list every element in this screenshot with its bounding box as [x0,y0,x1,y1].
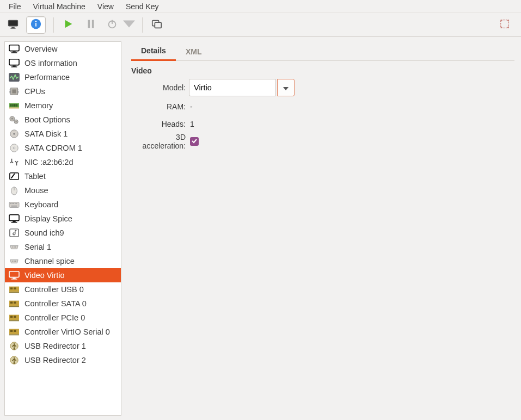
svg-point-44 [16,121,17,122]
fullscreen-button[interactable] [495,16,514,34]
svg-marker-7 [65,20,72,28]
pause-button[interactable] [81,16,101,34]
sidebar-item-controller-virtio-serial-0[interactable]: Controller VirtIO Serial 0 [5,325,121,339]
menu-view[interactable]: View [92,1,119,12]
sidebar-item-os-information[interactable]: OS information [5,56,121,70]
sidebar-item-usb-redirector-2[interactable]: USB Redirector 2 [5,353,121,367]
value-heads: 1 [189,120,194,128]
sidebar-item-channel-spice[interactable]: Channel spice [5,254,121,268]
svg-rect-59 [11,206,17,207]
sidebar-item-mouse[interactable]: Mouse [5,183,121,197]
sidebar-item-keyboard[interactable]: Keyboard [5,197,121,212]
sidebar-item-label: OS information [24,59,77,67]
svg-rect-11 [112,20,113,24]
svg-rect-56 [13,203,14,204]
svg-rect-61 [13,221,15,223]
snapshots-button[interactable] [147,16,167,34]
cpu-icon [8,86,20,97]
sidebar-item-label: Display Spice [24,214,72,223]
sidebar-item-label: Video Virtio [24,271,65,280]
content-pane: Details XML Video Model: RAM: - Heads: [121,37,521,420]
svg-rect-87 [14,330,16,332]
svg-point-67 [12,261,13,262]
model-dropdown-button[interactable] [277,79,295,96]
sidebar-item-label: SATA CDROM 1 [24,144,82,152]
sidebar-item-controller-sata-0[interactable]: Controller SATA 0 [5,297,121,311]
label-3d-acceleration: 3D acceleration: [131,133,189,150]
sidebar-item-overview[interactable]: Overview [5,42,121,56]
sidebar-item-cpus[interactable]: CPUs [5,84,121,98]
svg-rect-82 [10,316,13,318]
svg-rect-55 [12,203,13,204]
model-combo[interactable] [189,79,295,96]
menu-send-key[interactable]: Send Key [120,1,164,12]
svg-rect-53 [9,202,19,208]
shutdown-menu-button[interactable] [124,16,134,34]
svg-rect-38 [14,104,16,107]
sidebar-item-performance[interactable]: Performance [5,70,121,84]
sidebar-item-sound-ich9[interactable]: Sound ich9 [5,226,121,240]
run-button[interactable] [58,16,78,34]
sidebar-item-display-spice[interactable]: Display Spice [5,212,121,226]
svg-point-66 [15,246,16,248]
keyboard-icon [8,199,20,210]
toolbar [0,13,521,37]
checkbox-3d-acceleration[interactable] [190,137,199,146]
sidebar-item-usb-redirector-1[interactable]: USB Redirector 1 [5,339,121,353]
label-ram: RAM: [131,102,189,111]
sidebar-item-memory[interactable]: Memory [5,98,121,113]
usb-icon [8,341,20,351]
sidebar-item-label: CPUs [24,87,45,96]
svg-rect-37 [12,104,14,107]
info-circle-icon [30,18,42,32]
sidebar-item-controller-pcie-0[interactable]: Controller PCIe 0 [5,311,121,325]
value-ram: - [189,102,193,111]
controller-card-icon [8,298,20,309]
svg-marker-12 [123,20,135,27]
svg-rect-36 [10,104,12,107]
tab-details[interactable]: Details [131,42,176,61]
svg-rect-79 [14,301,16,304]
tab-xml[interactable]: XML [176,43,212,60]
sidebar-item-serial-1[interactable]: Serial 1 [5,240,121,254]
svg-marker-19 [507,26,509,28]
menu-virtual-machine[interactable]: Virtual Machine [28,1,91,12]
sidebar-item-label: Keyboard [24,200,58,209]
activity-icon [8,72,20,83]
svg-rect-1 [9,21,17,26]
sidebar-item-video-virtio[interactable]: Video Virtio [5,268,121,282]
menu-file[interactable]: File [3,1,27,12]
svg-rect-70 [9,271,19,277]
sidebar-item-sata-disk-1[interactable]: SATA Disk 1 [5,127,121,141]
svg-rect-88 [9,335,19,336]
svg-point-6 [35,21,37,22]
sidebar-item-label: Performance [24,73,70,82]
svg-rect-86 [10,330,13,332]
svg-rect-5 [35,23,36,26]
sidebar-item-tablet[interactable]: Tablet [5,169,121,183]
sidebar-item-label: Channel spice [24,257,75,265]
svg-rect-78 [10,301,13,304]
svg-rect-58 [16,203,17,204]
sidebar-item-nic[interactable]: NIC :a2:b6:2d [5,155,121,169]
monitor-icon [8,58,20,69]
details-button[interactable] [26,16,46,34]
svg-rect-14 [155,22,161,28]
monitor-icon [8,270,20,281]
toolbar-separator [53,17,54,33]
model-input[interactable] [189,79,276,96]
svg-rect-28 [12,89,16,93]
shutdown-button[interactable] [104,16,120,34]
hardware-sidebar[interactable]: Overview OS information Performance CPUs… [4,41,121,416]
label-heads: Heads: [131,120,189,128]
snapshots-icon [151,18,163,32]
console-button[interactable] [3,16,23,34]
sidebar-item-boot-options[interactable]: Boot Options [5,113,121,127]
svg-point-92 [14,362,15,364]
port-icon [8,242,20,252]
sidebar-item-controller-usb-0[interactable]: Controller USB 0 [5,282,121,297]
svg-marker-17 [507,20,509,22]
sidebar-item-sata-cdrom-1[interactable]: SATA CDROM 1 [5,141,121,155]
toolbar-separator [142,17,143,33]
svg-rect-72 [11,279,17,279]
